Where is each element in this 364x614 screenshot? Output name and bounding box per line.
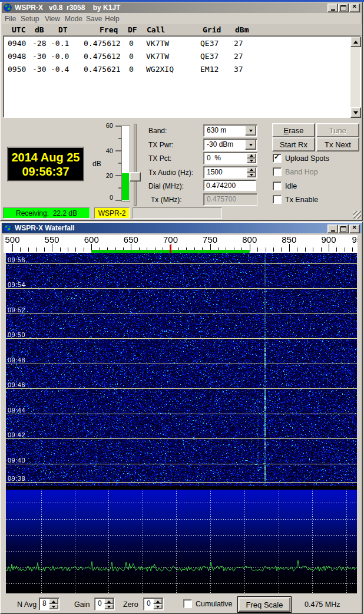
spot-cell: 37	[234, 65, 243, 74]
n-avg-spinner[interactable]: 8	[39, 598, 59, 610]
zero-spinner[interactable]: 0	[143, 598, 164, 610]
spot-cell: 0940	[8, 39, 26, 48]
globe-icon	[4, 4, 12, 12]
gain-spinner[interactable]: 0	[94, 598, 115, 610]
tx-audio-spinner[interactable]: 1500	[203, 166, 257, 179]
erase-button-label: Erase	[284, 126, 304, 135]
zero-up[interactable]	[153, 599, 163, 604]
tx-audio-value: 1500	[207, 168, 223, 176]
col-dt: DT	[58, 25, 68, 34]
spot-cell: -0.1	[51, 39, 69, 48]
n-avg-label: N Avg	[17, 600, 37, 609]
meter-tick-40: 40	[99, 147, 113, 154]
menu-file[interactable]: File	[5, 15, 16, 23]
upload-spots-checkbox[interactable]: Upload Spots	[273, 154, 329, 163]
zero-down[interactable]	[153, 604, 163, 609]
tx-next-button[interactable]: Tx Next	[316, 137, 359, 151]
spectrum-canvas	[6, 490, 357, 593]
minimize-button[interactable]	[327, 225, 338, 233]
erase-button[interactable]: Erase	[272, 123, 315, 137]
spin-down-icon	[250, 160, 253, 162]
resize-grip[interactable]	[353, 211, 361, 219]
meter-tick-20: 20	[99, 172, 113, 179]
globe-icon	[4, 224, 12, 232]
tx-pct-label: TX Pct:	[148, 154, 171, 163]
spot-cell: EM12	[200, 65, 219, 74]
maximize-button[interactable]	[338, 4, 349, 12]
check-icon	[273, 181, 282, 190]
menu-mode[interactable]: Mode	[65, 15, 82, 23]
band-label: Band:	[148, 127, 167, 135]
waterfall-time-label: 09:54	[8, 281, 25, 288]
table-header-strip	[2, 24, 362, 35]
check-icon	[273, 195, 282, 204]
receiving-status-text: Receiving: 22.2 dB	[16, 209, 77, 217]
gain-up[interactable]	[104, 599, 114, 604]
tune-button[interactable]: Tune	[316, 123, 359, 137]
close-button[interactable]	[349, 4, 360, 12]
scrollbar-track[interactable]	[350, 46, 360, 107]
tx-pwr-value: -30 dBm	[207, 140, 233, 148]
waterfall-time-label: 09:46	[8, 381, 25, 388]
spot-cell: VK7TW	[146, 39, 169, 48]
main-title-bar[interactable]: WSPR-X v0.8 r3058 by K1JT	[2, 2, 362, 13]
start-rx-button-label: Start Rx	[280, 140, 307, 149]
band-select[interactable]: 630 m	[203, 124, 257, 137]
progress-bar	[133, 207, 222, 219]
tx-enable-label: Tx Enable	[285, 196, 318, 204]
menu-help[interactable]: Help	[105, 15, 120, 23]
spot-cell: -30	[32, 65, 46, 74]
waterfall-time-label: 09:42	[8, 431, 25, 438]
level-slider-handle[interactable]	[130, 172, 141, 181]
scroll-down-icon	[353, 111, 358, 114]
spin-down-icon	[250, 174, 253, 176]
waterfall-time-label: 09:38	[8, 475, 25, 482]
tx-audio-up[interactable]	[247, 167, 256, 173]
maximize-button[interactable]	[338, 225, 349, 233]
cumulative-checkbox[interactable]: Cumulative	[183, 599, 233, 608]
spin-up-icon	[250, 154, 253, 157]
clock-time: 09:56:37	[22, 164, 69, 179]
spot-cell: 0.475621	[84, 65, 121, 74]
menu-view[interactable]: View	[45, 15, 60, 23]
spin-up-icon	[52, 600, 55, 603]
scroll-up-button[interactable]	[350, 37, 361, 47]
spot-cell: 0.475612	[84, 39, 121, 48]
col-call: Call	[147, 25, 165, 34]
tx-pct-spinner[interactable]: 0 %	[203, 152, 257, 164]
n-avg-up[interactable]	[49, 599, 58, 604]
close-button[interactable]	[349, 225, 360, 233]
gain-down[interactable]	[104, 604, 114, 609]
scroll-down-button[interactable]	[350, 107, 361, 118]
dial-label: Dial (MHz):	[148, 182, 184, 190]
menu-save[interactable]: Save	[86, 15, 102, 23]
tx-pct-up[interactable]	[247, 153, 256, 159]
waterfall-title-bar[interactable]: WSPR-X Waterfall	[2, 223, 362, 233]
minimize-button[interactable]	[327, 4, 338, 12]
spin-up-icon	[250, 169, 253, 171]
tx-freq-value: 0.475700	[207, 195, 236, 203]
close-icon	[352, 6, 357, 10]
tx-audio-label: Tx Audio (Hz):	[148, 169, 193, 177]
level-slider-track[interactable]	[134, 124, 137, 206]
spot-cell: QE37	[200, 52, 219, 61]
start-rx-button[interactable]: Start Rx	[272, 137, 315, 151]
tx-enable-checkbox[interactable]: Tx Enable	[273, 195, 318, 204]
idle-checkbox[interactable]: Idle	[273, 181, 297, 190]
band-dropdown-button[interactable]	[245, 126, 256, 136]
tx-pwr-select[interactable]: -30 dBm	[203, 138, 257, 151]
mode-badge-text: WSPR-2	[98, 209, 126, 217]
dial-input[interactable]	[203, 180, 256, 191]
tx-audio-down[interactable]	[247, 173, 256, 178]
receiving-status: Receiving: 22.2 dB	[3, 207, 90, 219]
menu-setup[interactable]: Setup	[21, 15, 39, 23]
mode-badge: WSPR-2	[94, 207, 130, 219]
spot-cell: 0	[129, 52, 134, 61]
freq-scale-button[interactable]: Freq Scale	[239, 598, 290, 612]
check-icon	[273, 167, 282, 176]
n-avg-down[interactable]	[49, 604, 58, 609]
meter-tick-0: 0	[99, 194, 113, 201]
tx-pct-down[interactable]	[247, 159, 256, 164]
tx-pwr-dropdown-button[interactable]	[245, 140, 256, 150]
spot-cell: 0.475612	[84, 52, 121, 61]
